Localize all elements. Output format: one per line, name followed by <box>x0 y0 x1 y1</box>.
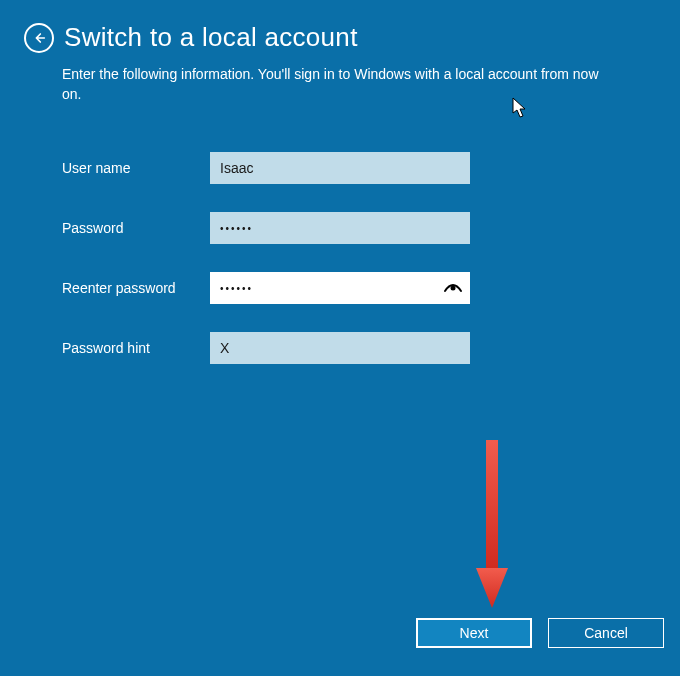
password-label: Password <box>62 220 210 236</box>
page-title: Switch to a local account <box>64 22 358 53</box>
svg-point-0 <box>451 286 456 291</box>
page-subtitle: Enter the following information. You'll … <box>0 53 630 104</box>
svg-rect-1 <box>486 440 498 570</box>
annotation-arrow-icon <box>472 440 512 620</box>
reenter-password-input[interactable] <box>210 272 470 304</box>
cancel-button[interactable]: Cancel <box>548 618 664 648</box>
account-form: User name Password Reenter password Pass… <box>0 104 680 364</box>
next-button[interactable]: Next <box>416 618 532 648</box>
username-label: User name <box>62 160 210 176</box>
reenter-password-label: Reenter password <box>62 280 210 296</box>
password-hint-input[interactable] <box>210 332 470 364</box>
arrow-left-icon <box>31 30 47 46</box>
password-hint-label: Password hint <box>62 340 210 356</box>
eye-icon <box>443 281 463 295</box>
back-button[interactable] <box>24 23 54 53</box>
reveal-password-button[interactable] <box>442 277 464 299</box>
password-input[interactable] <box>210 212 470 244</box>
username-input[interactable] <box>210 152 470 184</box>
